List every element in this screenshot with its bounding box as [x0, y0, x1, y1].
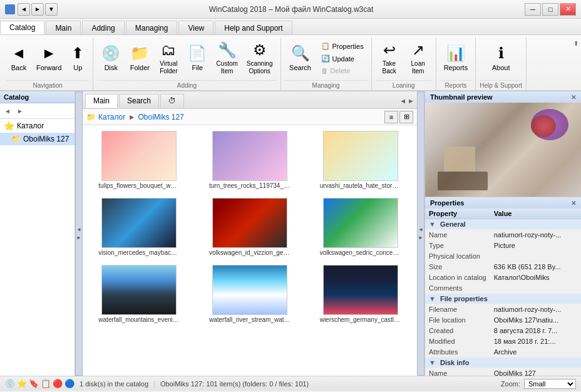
- prop-label-comments: Comments: [425, 283, 490, 294]
- ribbon-loaning-group-label: Loaning: [376, 80, 432, 89]
- ribbon-custom-item-button[interactable]: 🔧 CustomItem: [212, 40, 241, 76]
- status-bar: 💿 ⭐ 🔖 📋 🔴 🔵 1 disk(s) in the catalog | O…: [0, 376, 581, 391]
- left-divider-arrow2: ►: [76, 235, 81, 240]
- file-item-2[interactable]: urvashi_rautela_hate_story_4...: [305, 126, 416, 193]
- file-item-8[interactable]: wierschem_germany_castle_t...: [305, 260, 416, 328]
- ribbon-folder-button[interactable]: 📁 Folder: [126, 40, 153, 76]
- ribbon-collapse-arrow[interactable]: ⬆: [573, 38, 578, 90]
- file-properties-toggle[interactable]: ▼: [429, 295, 436, 302]
- breadcrumb-row: 📁 Каталог ► OboiMiks 127 ≡ ⊞: [83, 109, 417, 125]
- content-tabs-collapse[interactable]: ◄ ►: [399, 97, 414, 105]
- ribbon-virtual-folder-button[interactable]: 🗂 VirtualFolder: [155, 40, 182, 76]
- file-thumb-6: [101, 265, 177, 315]
- ribbon-reports-button[interactable]: 📊 Reports: [440, 40, 472, 76]
- sidebar-nav-btn2[interactable]: ►: [14, 105, 26, 116]
- prop-value-modified: 18 мая 2018 г. 21:...: [490, 336, 581, 347]
- ribbon-reports-group-label: Reports: [440, 80, 472, 89]
- ribbon-update-label: Update: [332, 55, 354, 63]
- ribbon-back-button[interactable]: ◄ Back: [6, 40, 31, 76]
- ribbon-search-button[interactable]: 🔍 Search: [285, 40, 316, 76]
- menu-tab-managing[interactable]: Managing: [126, 21, 178, 34]
- sidebar-item-oboimiks[interactable]: 📁 OboiMiks 127: [0, 133, 75, 145]
- sidebar-item-catalog-root[interactable]: ⭐ Каталог: [0, 119, 75, 133]
- file-item-6[interactable]: waterfall_mountains_evening...: [84, 260, 195, 328]
- thumbnail-preview-close[interactable]: ✕: [571, 94, 576, 101]
- file-grid: tulips_flowers_bouquet_wall... turn_tree…: [83, 125, 417, 376]
- ribbon-file-button[interactable]: 📄 File: [183, 40, 211, 76]
- ribbon-loan-item-button[interactable]: ↗ LoanItem: [404, 40, 432, 76]
- breadcrumb-catalog[interactable]: Каталог: [98, 113, 126, 121]
- ribbon-help-items: ℹ About: [487, 38, 515, 79]
- file-properties-label: File properties: [440, 295, 488, 302]
- preview-thumb-gradient: [425, 103, 581, 197]
- prop-row-size: Size 636 KB (651 218 By...: [425, 262, 581, 272]
- file-item-4[interactable]: volkswagen_id_vizzion_gene...: [195, 193, 306, 260]
- status-icons: 💿 ⭐ 🔖 📋 🔴 🔵: [5, 379, 75, 388]
- file-item-7[interactable]: waterfall_river_stream_water...: [195, 260, 306, 328]
- prop-group-disk-info-label: ▼ Disk info: [425, 358, 581, 368]
- content-tab-main[interactable]: Main: [85, 94, 118, 108]
- file-item-1[interactable]: turn_trees_rocks_119734_384...: [195, 126, 306, 193]
- title-bar: ◄ ► ▼ WinCatalog 2018 – Мой файл WinCata…: [0, 0, 581, 19]
- window-forward-btn[interactable]: ►: [31, 3, 44, 16]
- ribbon-properties-label: Properties: [332, 43, 364, 50]
- prop-col-value: Value: [490, 209, 581, 219]
- view-list-btn[interactable]: ≡: [384, 111, 398, 123]
- prop-label-name: Name: [425, 230, 490, 240]
- ribbon-update-button[interactable]: 🔄 Update: [317, 53, 368, 64]
- content-tab-recent[interactable]: ⏱: [160, 94, 184, 108]
- ribbon-about-button[interactable]: ℹ About: [487, 40, 515, 76]
- general-section-toggle[interactable]: ▼: [429, 220, 436, 228]
- properties-panel-close[interactable]: ✕: [571, 200, 576, 207]
- prop-label-disk-name: Name: [425, 368, 490, 376]
- ribbon-disk-button[interactable]: 💿 Disk: [97, 40, 125, 76]
- file-item-0[interactable]: tulips_flowers_bouquet_wall...: [84, 126, 195, 193]
- file-item-5[interactable]: volkswagen_sedric_concept_...: [305, 193, 416, 260]
- recent-icon: ⏱: [168, 96, 176, 105]
- file-name-4: volkswagen_id_vizzion_gene...: [209, 249, 290, 256]
- ribbon-scanning-options-button[interactable]: ⚙ ScanningOptions: [243, 40, 277, 76]
- disk-info-toggle[interactable]: ▼: [429, 359, 436, 366]
- ribbon-forward-button[interactable]: ► Forward: [33, 40, 65, 76]
- breadcrumb-separator: ►: [128, 113, 136, 121]
- zoom-select[interactable]: Small Medium Large Extra Large: [524, 379, 576, 389]
- menu-tab-view[interactable]: View: [178, 21, 213, 34]
- ribbon-take-back-button[interactable]: ↩ TakeBack: [376, 40, 403, 76]
- menu-tab-main[interactable]: Main: [46, 21, 81, 34]
- status-icon4: 📋: [41, 379, 51, 388]
- menu-tab-help[interactable]: Help and Support: [215, 21, 292, 34]
- ribbon-about-label: About: [492, 64, 510, 72]
- prop-row-attributes: Attributes Archive: [425, 347, 581, 358]
- ribbon-properties-button[interactable]: 📋 Properties: [317, 40, 368, 52]
- breadcrumb-oboimiks[interactable]: OboiMiks 127: [138, 113, 184, 121]
- window-dropdown-btn[interactable]: ▼: [45, 3, 58, 16]
- view-grid-btn[interactable]: ⊞: [399, 111, 413, 123]
- ribbon-delete-button[interactable]: 🗑 Delete: [317, 65, 368, 76]
- prop-value-file-location: OboiMiks 127\natiu...: [490, 315, 581, 326]
- ribbon-up-button[interactable]: ⬆ Up: [66, 40, 89, 76]
- status-separator: |: [153, 380, 155, 388]
- window-back-btn[interactable]: ◄: [18, 3, 30, 16]
- ribbon-search-label: Search: [289, 64, 311, 72]
- file-thumb-3: [101, 198, 177, 248]
- prop-col-property: Property: [425, 209, 490, 219]
- minimize-button[interactable]: ─: [525, 3, 541, 16]
- file-thumb-7: [212, 265, 287, 315]
- sidebar-expand-btn[interactable]: ◄: [2, 105, 13, 116]
- left-panel-divider[interactable]: ◄ ►: [75, 91, 83, 376]
- right-panel-divider[interactable]: ◄ ►: [417, 91, 424, 376]
- prop-value-size: 636 KB (651 218 By...: [490, 262, 581, 272]
- back-icon: ◄: [11, 44, 26, 63]
- window-nav-arrows: ◄ ► ▼: [18, 3, 58, 16]
- catalog-root-icon: ⭐: [4, 121, 14, 131]
- content-tab-search[interactable]: Search: [119, 94, 159, 108]
- file-item-3[interactable]: vision_mercedes_maybach_6...: [84, 193, 195, 260]
- menu-tab-adding[interactable]: Adding: [82, 21, 124, 34]
- close-button[interactable]: ✕: [560, 3, 576, 16]
- maximize-button[interactable]: □: [542, 3, 558, 16]
- prop-row-physical-location: Physical location: [425, 251, 581, 262]
- menu-tab-catalog[interactable]: Catalog: [0, 21, 44, 34]
- ribbon: ◄ Back ► Forward ⬆ Up Navigation 💿 Disk …: [0, 35, 581, 91]
- file-name-6: waterfall_mountains_evening...: [98, 316, 180, 323]
- content-area: Main Search ⏱ ◄ ► 📁 Каталог ► OboiMiks 1…: [83, 91, 417, 376]
